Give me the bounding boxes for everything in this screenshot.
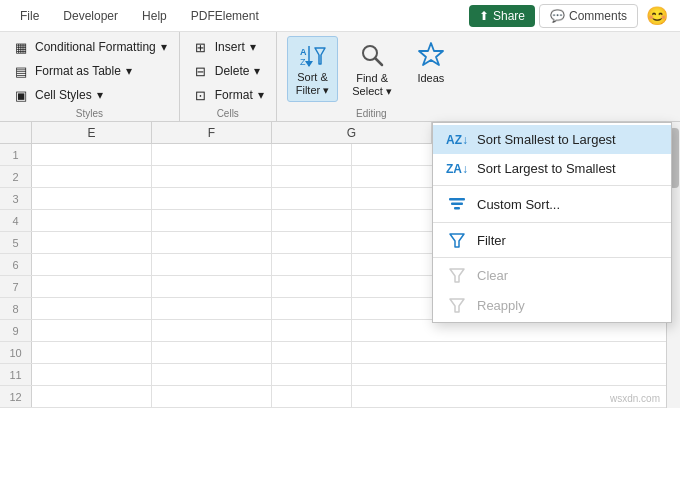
grid-cell[interactable] <box>272 232 352 253</box>
conditional-formatting-label: Conditional Formatting <box>35 40 156 54</box>
sort-filter-label: Sort &Filter ▾ <box>296 71 330 97</box>
grid-cell[interactable] <box>272 254 352 275</box>
grid-cell[interactable] <box>272 364 352 385</box>
table-row: 9 <box>0 320 680 342</box>
grid-cell[interactable] <box>272 166 352 187</box>
svg-rect-11 <box>454 207 460 210</box>
separator-1 <box>433 185 671 186</box>
header-right-actions: ⬆ Share 💬 Comments 😊 <box>469 4 672 28</box>
insert-arrow: ▾ <box>250 40 256 54</box>
comments-icon: 💬 <box>550 9 565 23</box>
grid-cell[interactable] <box>152 342 272 363</box>
grid-cell[interactable] <box>152 144 272 165</box>
grid-cell[interactable] <box>272 144 352 165</box>
grid-cell[interactable] <box>32 166 152 187</box>
reapply-item: Reapply <box>433 290 671 320</box>
grid-cell[interactable] <box>152 166 272 187</box>
editing-group-label: Editing <box>287 108 456 119</box>
grid-cell[interactable] <box>32 320 152 341</box>
grid-cell[interactable] <box>152 364 272 385</box>
grid-cell[interactable] <box>32 232 152 253</box>
col-header-f: F <box>152 122 272 143</box>
emoji-button[interactable]: 😊 <box>642 5 672 27</box>
ideas-button[interactable]: Ideas <box>406 36 456 88</box>
tab-pdfelement[interactable]: PDFElement <box>179 3 271 29</box>
filter-label: Filter <box>477 233 506 248</box>
comments-button[interactable]: 💬 Comments <box>539 4 638 28</box>
svg-marker-14 <box>450 299 464 312</box>
comments-label: Comments <box>569 9 627 23</box>
grid-cell[interactable] <box>152 254 272 275</box>
grid-cell[interactable] <box>272 210 352 231</box>
format-as-table-icon: ▤ <box>12 62 30 80</box>
sort-asc-item[interactable]: AZ↓ Sort Smallest to Largest <box>433 125 671 154</box>
grid-cell[interactable] <box>152 320 272 341</box>
find-select-button[interactable]: Find &Select ▾ <box>344 36 400 102</box>
row-number: 4 <box>0 210 32 231</box>
grid-cell[interactable] <box>152 232 272 253</box>
watermark: wsxdn.com <box>610 393 660 404</box>
grid-cell[interactable] <box>152 188 272 209</box>
row-number: 7 <box>0 276 32 297</box>
format-as-table-arrow: ▾ <box>126 64 132 78</box>
format-as-table-button[interactable]: ▤ Format as Table ▾ <box>8 60 171 82</box>
share-button[interactable]: ⬆ Share <box>469 5 535 27</box>
find-select-group: Find &Select ▾ <box>344 36 400 102</box>
grid-cell[interactable] <box>272 188 352 209</box>
grid-cell[interactable] <box>272 276 352 297</box>
grid-cell[interactable] <box>272 298 352 319</box>
custom-sort-label: Custom Sort... <box>477 197 560 212</box>
delete-arrow: ▾ <box>254 64 260 78</box>
delete-label: Delete <box>215 64 250 78</box>
grid-cell[interactable] <box>32 276 152 297</box>
cell-styles-button[interactable]: ▣ Cell Styles ▾ <box>8 84 171 106</box>
corner-cell <box>0 122 32 143</box>
grid-cell[interactable] <box>32 144 152 165</box>
cells-buttons: ⊞ Insert ▾ ⊟ Delete ▾ ⊡ Format ▾ <box>188 36 268 106</box>
share-label: Share <box>493 9 525 23</box>
grid-cell[interactable] <box>32 342 152 363</box>
insert-button[interactable]: ⊞ Insert ▾ <box>188 36 268 58</box>
tab-view[interactable]: File <box>8 3 51 29</box>
row-number: 10 <box>0 342 32 363</box>
row-number: 8 <box>0 298 32 319</box>
delete-button[interactable]: ⊟ Delete ▾ <box>188 60 268 82</box>
svg-text:Z: Z <box>300 57 306 67</box>
grid-cell[interactable] <box>272 320 352 341</box>
grid-cell[interactable] <box>152 276 272 297</box>
grid-cell[interactable] <box>32 364 152 385</box>
reapply-label: Reapply <box>477 298 525 313</box>
grid-cell[interactable] <box>152 386 272 407</box>
sort-filter-icon: A Z <box>298 41 328 71</box>
sort-filter-button[interactable]: A Z Sort &Filter ▾ <box>287 36 339 102</box>
custom-sort-item[interactable]: Custom Sort... <box>433 188 671 220</box>
cell-styles-arrow: ▾ <box>97 88 103 102</box>
sort-desc-label: Sort Largest to Smallest <box>477 161 616 176</box>
grid-cell[interactable] <box>32 210 152 231</box>
sort-desc-item[interactable]: ZA↓ Sort Largest to Smallest <box>433 154 671 183</box>
grid-cell[interactable] <box>32 298 152 319</box>
grid-cell[interactable] <box>32 188 152 209</box>
grid-cell[interactable] <box>32 386 152 407</box>
svg-line-6 <box>375 58 382 65</box>
svg-rect-10 <box>451 203 463 206</box>
styles-buttons: ▦ Conditional Formatting ▾ ▤ Format as T… <box>8 36 171 106</box>
filter-item[interactable]: Filter <box>433 225 671 255</box>
tab-help[interactable]: Help <box>130 3 179 29</box>
conditional-formatting-icon: ▦ <box>12 38 30 56</box>
conditional-formatting-button[interactable]: ▦ Conditional Formatting ▾ <box>8 36 171 58</box>
tab-developer[interactable]: Developer <box>51 3 130 29</box>
filter-icon <box>447 232 467 248</box>
grid-cell[interactable] <box>272 386 352 407</box>
grid-cell[interactable] <box>152 298 272 319</box>
insert-icon: ⊞ <box>192 38 210 56</box>
row-number: 3 <box>0 188 32 209</box>
separator-3 <box>433 257 671 258</box>
format-button[interactable]: ⊡ Format ▾ <box>188 84 268 106</box>
grid-cell[interactable] <box>272 342 352 363</box>
table-row: 10 <box>0 342 680 364</box>
row-number: 9 <box>0 320 32 341</box>
row-number: 12 <box>0 386 32 407</box>
grid-cell[interactable] <box>152 210 272 231</box>
grid-cell[interactable] <box>32 254 152 275</box>
